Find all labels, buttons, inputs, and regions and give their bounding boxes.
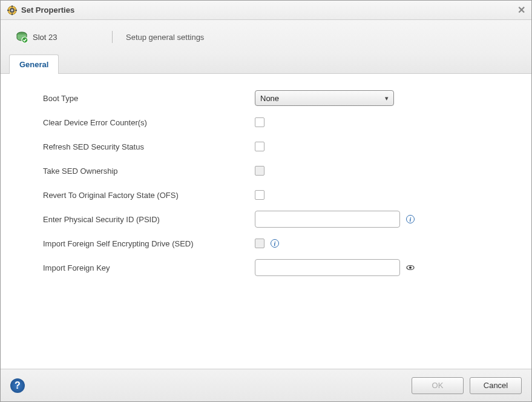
svg-point-10 (409, 266, 412, 269)
slot-drive-icon (16, 31, 28, 43)
header-section: Slot 23 Setup general settings (1, 20, 531, 54)
tab-general[interactable]: General (9, 54, 59, 74)
info-icon[interactable]: i (271, 239, 279, 248)
row-psid: Enter Physical Security ID (PSID) i (43, 207, 507, 231)
label-refresh-sed: Refresh SED Security Status (43, 142, 255, 151)
form-body: Boot Type None ▾ Clear Device Error Coun… (1, 74, 531, 369)
checkbox-import-sed (255, 239, 264, 248)
row-refresh-sed: Refresh SED Security Status (43, 134, 507, 159)
set-properties-dialog: Set Properties ✕ Slot 23 Setup general s… (0, 0, 532, 402)
svg-point-2 (11, 9, 13, 12)
help-icon[interactable]: ? (10, 378, 25, 393)
svg-rect-3 (11, 5, 13, 7)
select-boot-type-value: None (260, 94, 279, 103)
label-revert-ofs: Revert To Original Factory State (OFS) (43, 191, 255, 200)
svg-rect-6 (15, 10, 17, 11)
row-import-sed: Import Foreign Self Encrypting Drive (SE… (43, 231, 507, 255)
titlebar: Set Properties ✕ (1, 1, 531, 20)
row-import-key: Import Foreign Key (43, 255, 507, 280)
label-import-sed: Import Foreign Self Encrypting Drive (SE… (43, 239, 255, 248)
eye-icon[interactable] (406, 263, 415, 272)
select-boot-type[interactable]: None ▾ (255, 90, 394, 106)
row-take-sed-ownership: Take SED Ownership (43, 159, 507, 183)
input-psid[interactable] (255, 211, 400, 228)
slot-label: Slot 23 (33, 33, 57, 42)
close-icon[interactable]: ✕ (517, 4, 525, 16)
label-psid: Enter Physical Security ID (PSID) (43, 215, 255, 224)
label-import-key: Import Foreign Key (43, 263, 255, 272)
row-boot-type: Boot Type None ▾ (43, 86, 507, 110)
tabs-row: General (1, 54, 531, 74)
checkbox-take-sed-ownership (255, 166, 264, 176)
svg-rect-5 (7, 10, 9, 11)
settings-gear-icon (7, 5, 18, 16)
input-import-key[interactable] (255, 259, 400, 276)
info-icon[interactable]: i (406, 215, 415, 223)
checkbox-clear-counters[interactable] (255, 117, 264, 127)
row-clear-counters: Clear Device Error Counter(s) (43, 110, 507, 134)
ok-button: OK (412, 377, 464, 394)
row-revert-ofs: Revert To Original Factory State (OFS) (43, 183, 507, 207)
label-clear-counters: Clear Device Error Counter(s) (43, 118, 255, 127)
checkbox-refresh-sed[interactable] (255, 142, 264, 151)
header-description: Setup general settings (113, 31, 204, 43)
svg-rect-4 (11, 13, 13, 15)
label-boot-type: Boot Type (43, 94, 255, 103)
chevron-down-icon: ▾ (385, 94, 389, 102)
cancel-button[interactable]: Cancel (470, 377, 522, 394)
checkbox-revert-ofs[interactable] (255, 190, 264, 200)
label-take-sed-ownership: Take SED Ownership (43, 166, 255, 176)
footer: ? OK Cancel (1, 369, 531, 401)
header-slot: Slot 23 (1, 31, 113, 43)
dialog-title: Set Properties (21, 5, 517, 15)
